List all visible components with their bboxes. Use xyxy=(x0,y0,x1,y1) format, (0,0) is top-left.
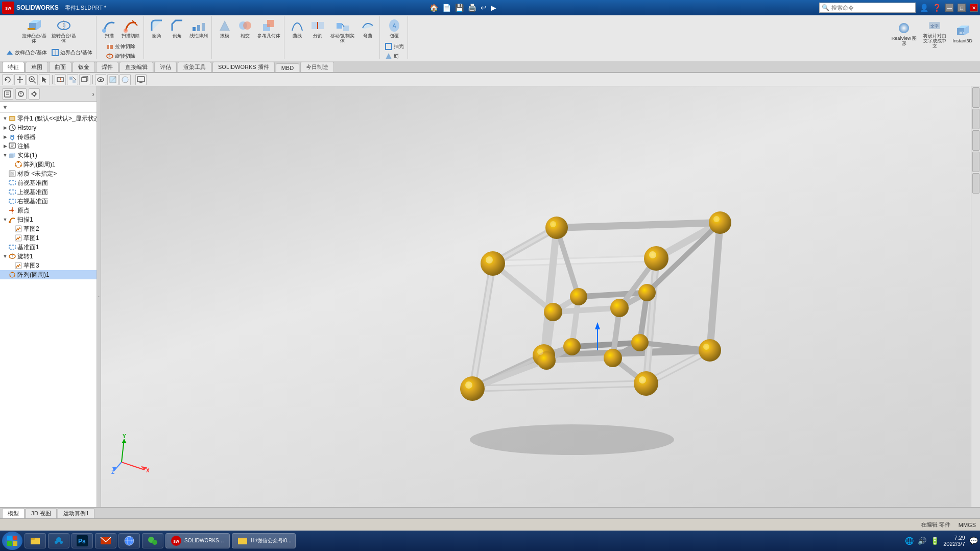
ribbon-item-intersect[interactable]: 相交 xyxy=(235,16,255,59)
tree-item-circular-pattern1[interactable]: ▶ 阵列(圆周)1 xyxy=(0,270,97,279)
tree-item-revolve1[interactable]: ▼ 旋转1 xyxy=(0,252,97,261)
tree-item-sketch1[interactable]: ▶ 草图1 xyxy=(0,233,97,243)
quick-access-1[interactable]: 🏠 xyxy=(429,4,438,12)
tray-network-icon[interactable]: 🌐 xyxy=(905,537,914,545)
tb2-hide-show-btn[interactable] xyxy=(95,74,106,85)
start-button[interactable] xyxy=(2,532,22,550)
tb2-rotate-btn[interactable] xyxy=(2,74,13,85)
tab-evaluate[interactable]: 评估 xyxy=(154,62,177,72)
tree-item-annotations[interactable]: ▶ 注解 xyxy=(0,141,97,151)
sidebar-resize-handle[interactable] xyxy=(97,86,101,507)
tab-render[interactable]: 渲染工具 xyxy=(178,62,211,72)
tb2-appearance-btn[interactable] xyxy=(119,74,131,85)
tb2-wireframe-btn[interactable] xyxy=(79,74,90,85)
ribbon-item-extrude-boss[interactable]: 拉伸凸台/基体 xyxy=(20,16,49,45)
view-tab-motion[interactable]: 运动算例1 xyxy=(58,508,94,518)
ribbon-item-design-to-cn[interactable]: 文字 将设计对由文字成成中文 xyxy=(920,16,949,50)
ribbon-item-boundary-boss[interactable]: 边界凸台/基体 xyxy=(50,46,94,59)
tree-item-sketch3[interactable]: ▶ 草图3 xyxy=(0,261,97,270)
ribbon-item-fillet[interactable]: 圆角 xyxy=(147,16,166,59)
ribbon-item-loft-boss[interactable]: 放样凸台/基体 xyxy=(4,46,49,59)
ribbon-item-wrap[interactable]: A 包覆 xyxy=(385,16,404,40)
tb2-view-orient-btn[interactable] xyxy=(67,74,78,85)
ribbon-item-deform[interactable]: 弯曲 xyxy=(358,16,377,59)
taskbar-wechat[interactable] xyxy=(142,533,163,548)
tray-battery-icon[interactable]: 🔋 xyxy=(930,537,939,545)
ribbon-item-shell[interactable]: 抽壳 xyxy=(383,42,405,51)
tree-item-baseplane1[interactable]: ▶ 基准面1 xyxy=(0,243,97,252)
ribbon-item-split[interactable]: 分割 xyxy=(308,16,327,59)
taskbar-mail[interactable] xyxy=(95,533,116,548)
tab-mbd[interactable]: MBD xyxy=(276,63,299,72)
maximize-button[interactable]: □ xyxy=(958,4,966,12)
ribbon-item-chamfer[interactable]: 倒角 xyxy=(168,16,187,59)
search-input[interactable] xyxy=(831,5,913,11)
ribbon-item-extrude-cut[interactable]: 拉伸切除 xyxy=(104,42,137,51)
ribbon-item-move-copy[interactable]: 移动/复制实体 xyxy=(328,16,357,59)
tab-direct-editing[interactable]: 直接编辑 xyxy=(119,62,153,72)
tree-item-array1[interactable]: ▶ 阵列(圆周)1 xyxy=(0,160,97,169)
tb2-monitor-btn[interactable] xyxy=(135,74,147,85)
tree-item-sweep1[interactable]: ▼ 扫描1 xyxy=(0,215,97,224)
close-button[interactable]: ✕ xyxy=(970,4,978,12)
quick-access-2[interactable]: 📄 xyxy=(442,4,451,12)
taskbar-explorer[interactable] xyxy=(25,533,46,548)
ribbon-item-realview[interactable]: RealView 图形 xyxy=(890,19,918,47)
tb2-transparency-btn[interactable] xyxy=(107,74,118,85)
ribbon-item-rib[interactable]: 筋 xyxy=(383,52,405,61)
search-box[interactable]: 🔍 xyxy=(819,3,916,13)
sidebar-tab-configuration[interactable] xyxy=(29,88,40,100)
taskbar-solidworks[interactable]: SW SOLIDWORKS 解... xyxy=(165,533,230,548)
tb2-zoom-btn[interactable] xyxy=(27,74,38,85)
tree-item-front-plane[interactable]: ▶ 前视基准面 xyxy=(0,178,97,187)
ribbon-item-draft[interactable]: 拔模 xyxy=(215,16,234,59)
tree-item-history[interactable]: ▶ History xyxy=(0,123,97,132)
ribbon-item-instant3d[interactable]: 3D Instant3D xyxy=(951,21,974,45)
right-panel-btn-4[interactable] xyxy=(972,152,979,172)
taskbar-clock[interactable]: 7:29 2022/3/7 xyxy=(943,535,965,547)
tab-manufacture[interactable]: 今日制造 xyxy=(300,62,334,72)
taskbar-qq[interactable] xyxy=(48,533,69,548)
tree-item-top-plane[interactable]: ▶ 上视基准面 xyxy=(0,187,97,197)
quick-access-4[interactable]: 🖨️ xyxy=(468,4,476,12)
tree-item-solid[interactable]: ▼ 实体(1) xyxy=(0,151,97,160)
tb2-pan-btn[interactable] xyxy=(14,74,26,85)
ribbon-item-combine[interactable]: 参考几何体 xyxy=(256,16,282,59)
ribbon-item-sweep[interactable]: 扫描 xyxy=(100,16,119,40)
right-panel-btn-5[interactable] xyxy=(972,173,979,194)
tab-surface[interactable]: 曲面 xyxy=(49,62,71,72)
view-tab-3d[interactable]: 3D 视图 xyxy=(26,508,57,518)
right-panel-btn-2[interactable] xyxy=(972,109,979,129)
right-panel-btn-1[interactable] xyxy=(972,87,979,108)
taskbar-browser[interactable] xyxy=(118,533,140,548)
quick-access-6[interactable]: ▶ xyxy=(491,4,496,12)
tab-weldments[interactable]: 焊件 xyxy=(96,62,118,72)
ribbon-item-curve[interactable]: 曲线 xyxy=(288,16,307,59)
user-icon[interactable]: 👤 xyxy=(920,4,928,12)
tree-item-sketch2[interactable]: ▶ 草图2 xyxy=(0,224,97,233)
taskbar-folder[interactable]: H:\微信公众号\0... xyxy=(232,533,296,548)
ribbon-item-linear-pattern[interactable]: 线性阵列 xyxy=(188,16,209,59)
tray-notification-icon[interactable]: 💬 xyxy=(969,537,978,545)
help-icon[interactable]: ❓ xyxy=(933,4,941,12)
ribbon-item-revolve-boss[interactable]: 旋转凸台/基体 xyxy=(50,16,78,45)
tree-item-root[interactable]: ▼ 零件1 (默认<<默认>_显示状态 1>) xyxy=(0,114,97,123)
tree-item-material[interactable]: ▶ 材质 <未指定> xyxy=(0,169,97,178)
ribbon-item-sweep-cut[interactable]: 扫描切除 xyxy=(120,16,141,40)
quick-access-3[interactable]: 💾 xyxy=(455,4,464,12)
sidebar-tab-property-manager[interactable] xyxy=(15,88,27,100)
view-tab-model[interactable]: 模型 xyxy=(2,508,25,518)
taskbar-ps[interactable]: Ps xyxy=(71,533,93,548)
tb2-section-view-btn[interactable] xyxy=(55,74,66,85)
ribbon-item-revolve-cut[interactable]: 旋转切除 xyxy=(104,52,137,61)
tb2-select-btn[interactable] xyxy=(39,74,50,85)
sidebar-tab-expand[interactable]: › xyxy=(92,90,94,98)
tray-volume-icon[interactable]: 🔊 xyxy=(918,537,926,545)
tab-sheet-metal[interactable]: 钣金 xyxy=(73,62,95,72)
tree-item-sensors[interactable]: ▶ 传感器 xyxy=(0,132,97,141)
right-panel-btn-3[interactable] xyxy=(972,130,979,151)
tab-features[interactable]: 特征 xyxy=(2,62,25,72)
tab-sketch[interactable]: 草图 xyxy=(26,62,48,72)
minimize-button[interactable]: — xyxy=(945,4,953,12)
3d-viewport[interactable]: X Y Z xyxy=(101,86,971,507)
